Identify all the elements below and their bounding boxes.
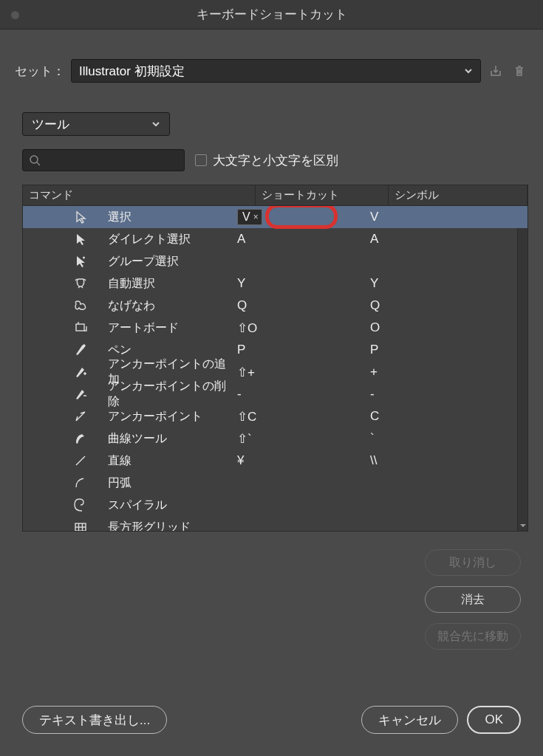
tool-icon [64,475,97,490]
cancel-button[interactable]: キャンセル [361,706,458,734]
col-shortcut[interactable]: ショートカット [256,185,389,205]
col-symbol[interactable]: シンボル [389,185,527,205]
tool-icon [64,343,97,357]
table-row[interactable]: 直線¥\\ [23,450,527,472]
shortcuts-table: コマンド ショートカット シンボル 選択V×Vダイレクト選択AAグループ選択自動… [22,185,528,532]
symbol-cell: \\ [370,453,527,468]
shortcut-cell[interactable]: P [237,343,370,357]
svg-marker-1 [77,212,85,223]
tool-icon [64,320,97,335]
chevron-down-icon [151,120,160,128]
shortcut-edit-field[interactable]: V× [237,209,262,225]
table-row[interactable]: スパイラル [23,494,527,516]
set-label: セット： [15,63,65,80]
tool-icon [64,365,97,379]
shortcut-cell[interactable]: ⇧+ [237,365,370,380]
tool-icon [64,254,97,269]
table-header: コマンド ショートカット シンボル [23,185,527,206]
clear-shortcut-icon[interactable]: × [253,212,259,222]
symbol-cell: C [370,409,527,424]
tool-icon [64,431,97,446]
col-command[interactable]: コマンド [23,185,256,205]
symbol-cell: - [370,387,527,402]
shortcut-cell[interactable]: ⇧` [237,431,370,447]
symbol-cell: Y [370,276,527,291]
table-row[interactable]: 円弧 [23,472,527,494]
table-row[interactable]: 長方形グリッド [23,516,527,531]
category-value: ツール [32,116,69,133]
tool-icon [64,276,97,291]
tool-icon [64,298,97,313]
tool-icon [64,409,97,424]
search-input[interactable] [22,149,185,171]
tool-icon [64,232,97,247]
tool-icon [64,520,97,531]
titlebar: キーボードショートカット [0,0,543,30]
undo-button[interactable]: 取り消し [425,549,521,576]
symbol-cell: + [370,365,527,379]
clear-button[interactable]: 消去 [425,586,521,613]
save-set-icon[interactable] [487,62,505,80]
table-row[interactable]: アンカーポイント⇧CC [23,405,527,427]
checkbox-icon [195,154,207,166]
svg-rect-4 [76,324,84,331]
table-body: 選択V×Vダイレクト選択AAグループ選択自動選択YYなげなわQQアートボード⇧O… [23,206,527,531]
shortcut-cell[interactable]: ⇧C [237,409,370,425]
table-row[interactable]: グループ選択 [23,250,527,272]
shortcut-cell[interactable]: A [237,232,370,247]
symbol-cell: ` [370,431,527,446]
chevron-down-icon [464,66,473,75]
table-row[interactable]: アンカーポイントの削除-- [23,383,527,405]
shortcut-cell[interactable]: ⇧O [237,320,370,336]
dialog-title: キーボードショートカット [197,6,347,23]
shortcut-cell[interactable]: V× [237,209,370,225]
trash-icon[interactable] [510,62,528,80]
search-icon [29,154,41,166]
category-dropdown[interactable]: ツール [22,112,170,136]
table-row[interactable]: ダイレクト選択AA [23,228,527,250]
set-value: Illustrator 初期設定 [79,63,185,80]
table-row[interactable]: なげなわQQ [23,295,527,317]
shortcut-cell[interactable]: Q [237,298,370,313]
shortcut-cell[interactable]: - [237,387,370,402]
case-sensitive-label: 大文字と小文字を区別 [213,152,338,169]
tool-icon [64,387,97,402]
shortcut-cell[interactable]: Y [237,276,370,291]
symbol-cell: O [370,320,527,335]
export-text-button[interactable]: テキスト書き出し... [22,706,167,734]
ok-button[interactable]: OK [467,706,521,734]
svg-point-0 [30,156,38,163]
table-row[interactable]: 曲線ツール⇧`` [23,427,527,450]
svg-marker-2 [77,234,85,245]
case-sensitive-checkbox[interactable]: 大文字と小文字を区別 [195,152,338,169]
goto-conflict-button[interactable]: 競合先に移動 [425,623,521,650]
symbol-cell: A [370,232,527,247]
symbol-cell: P [370,343,527,357]
symbol-cell: Q [370,298,527,313]
tool-icon [64,453,97,468]
shortcut-cell[interactable]: ¥ [237,453,370,468]
table-row[interactable]: 自動選択YY [23,272,527,295]
table-row[interactable]: 選択V×V [23,206,527,228]
table-row[interactable]: アートボード⇧OO [23,317,527,339]
tool-icon [64,498,97,512]
symbol-cell: V [370,210,527,224]
tool-icon [64,210,97,224]
close-window-dot[interactable] [11,11,19,19]
set-row: セット： Illustrator 初期設定 [15,59,528,83]
svg-line-5 [76,456,85,465]
set-dropdown[interactable]: Illustrator 初期設定 [71,59,481,83]
